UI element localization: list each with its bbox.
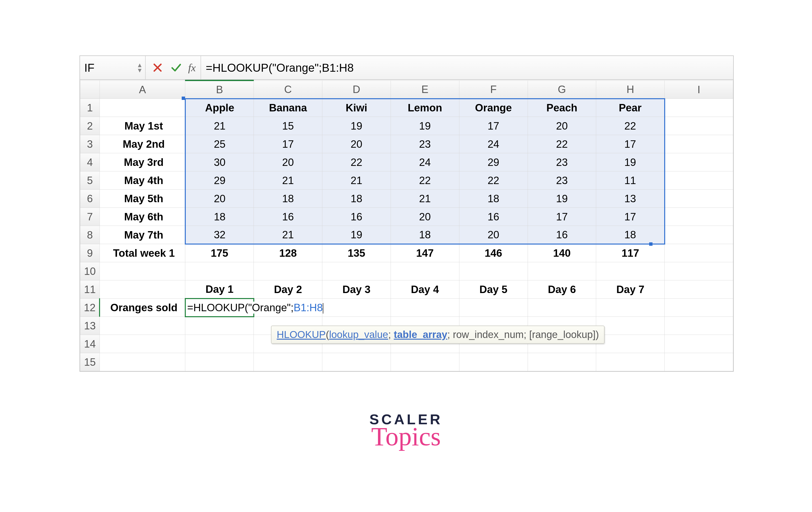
- cell[interactable]: 17: [528, 208, 596, 226]
- cell[interactable]: 23: [528, 171, 596, 190]
- cell[interactable]: 128: [254, 244, 322, 262]
- cell[interactable]: Pear: [596, 99, 665, 117]
- cell[interactable]: 22: [596, 117, 665, 135]
- col-header-I[interactable]: I: [665, 81, 733, 99]
- cell[interactable]: 25: [185, 135, 254, 153]
- cell[interactable]: Day 2: [254, 280, 322, 299]
- cell[interactable]: 18: [459, 190, 528, 208]
- cell[interactable]: Oranges sold: [99, 299, 185, 317]
- cell[interactable]: May 2nd: [99, 135, 185, 153]
- cell[interactable]: 17: [596, 135, 665, 153]
- name-box-spinner[interactable]: ▲ ▼: [137, 63, 143, 73]
- cell[interactable]: [528, 299, 596, 317]
- col-header-B[interactable]: B: [185, 81, 254, 99]
- cell[interactable]: Day 6: [528, 280, 596, 299]
- cell[interactable]: 19: [322, 226, 391, 244]
- cell[interactable]: 24: [390, 153, 459, 171]
- cell[interactable]: 16: [459, 208, 528, 226]
- tooltip-arg-current[interactable]: table_array: [394, 329, 447, 340]
- cell[interactable]: [528, 262, 596, 280]
- cell[interactable]: [528, 353, 596, 371]
- cell[interactable]: [185, 353, 254, 371]
- cell[interactable]: [185, 335, 254, 353]
- cell[interactable]: [390, 353, 459, 371]
- cell[interactable]: Total week 1: [99, 244, 185, 262]
- cell[interactable]: 20: [254, 153, 322, 171]
- cell[interactable]: 22: [390, 171, 459, 190]
- cell[interactable]: [185, 262, 254, 280]
- active-cell[interactable]: =HLOOKUP("Orange";B1:H8: [185, 299, 254, 317]
- cell[interactable]: 32: [185, 226, 254, 244]
- col-header-F[interactable]: F: [459, 81, 528, 99]
- row-header[interactable]: 11: [80, 280, 100, 299]
- cell[interactable]: 147: [390, 244, 459, 262]
- cell[interactable]: 16: [254, 208, 322, 226]
- cell[interactable]: Day 7: [596, 280, 665, 299]
- cell[interactable]: May 4th: [99, 171, 185, 190]
- cancel-button[interactable]: [152, 62, 163, 73]
- cell[interactable]: 20: [528, 117, 596, 135]
- row-header[interactable]: 1: [80, 99, 100, 117]
- cell[interactable]: 18: [596, 226, 665, 244]
- cell[interactable]: [99, 280, 185, 299]
- cell[interactable]: [390, 262, 459, 280]
- cell[interactable]: [665, 262, 733, 280]
- cell[interactable]: [665, 208, 733, 226]
- cell[interactable]: [322, 299, 391, 317]
- col-header-C[interactable]: C: [254, 81, 322, 99]
- row-header[interactable]: 7: [80, 208, 100, 226]
- cell[interactable]: 18: [390, 226, 459, 244]
- cell[interactable]: 146: [459, 244, 528, 262]
- cell[interactable]: May 6th: [99, 208, 185, 226]
- range-handle-icon[interactable]: [649, 242, 652, 246]
- cell[interactable]: 29: [459, 153, 528, 171]
- cell[interactable]: 19: [596, 153, 665, 171]
- cell[interactable]: [665, 317, 733, 335]
- col-header-H[interactable]: H: [596, 81, 665, 99]
- cell[interactable]: 20: [322, 135, 391, 153]
- cell[interactable]: 20: [390, 208, 459, 226]
- cell[interactable]: [99, 262, 185, 280]
- cell[interactable]: [185, 317, 254, 335]
- cell[interactable]: 21: [254, 226, 322, 244]
- cell[interactable]: [665, 335, 733, 353]
- row-header[interactable]: 13: [80, 317, 100, 335]
- cell[interactable]: 17: [459, 117, 528, 135]
- enter-button[interactable]: [171, 62, 182, 73]
- cell[interactable]: Apple: [185, 99, 254, 117]
- row-header[interactable]: 9: [80, 244, 100, 262]
- cell[interactable]: 140: [528, 244, 596, 262]
- cell[interactable]: [459, 262, 528, 280]
- cell[interactable]: [665, 153, 733, 171]
- cell[interactable]: 21: [185, 117, 254, 135]
- fx-label[interactable]: fx: [188, 56, 201, 79]
- cell[interactable]: 17: [596, 208, 665, 226]
- row-header[interactable]: 12: [80, 299, 100, 317]
- cell[interactable]: [254, 353, 322, 371]
- row-header[interactable]: 3: [80, 135, 100, 153]
- cell[interactable]: [665, 117, 733, 135]
- cell[interactable]: 175: [185, 244, 254, 262]
- cell[interactable]: [390, 299, 459, 317]
- cell[interactable]: 11: [596, 171, 665, 190]
- cell[interactable]: 20: [459, 226, 528, 244]
- cell[interactable]: May 1st: [99, 117, 185, 135]
- cell[interactable]: [459, 299, 528, 317]
- cell[interactable]: 22: [459, 171, 528, 190]
- cell[interactable]: [665, 190, 733, 208]
- cell[interactable]: 16: [528, 226, 596, 244]
- cell[interactable]: [665, 299, 733, 317]
- cell[interactable]: [665, 99, 733, 117]
- cell[interactable]: [99, 353, 185, 371]
- col-header-G[interactable]: G: [528, 81, 596, 99]
- cell[interactable]: 21: [322, 171, 391, 190]
- cell[interactable]: [596, 335, 665, 353]
- cell[interactable]: [99, 317, 185, 335]
- row-header[interactable]: 5: [80, 171, 100, 190]
- cell[interactable]: 22: [322, 153, 391, 171]
- cell[interactable]: 17: [254, 135, 322, 153]
- col-header-E[interactable]: E: [390, 81, 459, 99]
- cell[interactable]: 18: [254, 190, 322, 208]
- cell[interactable]: 19: [528, 190, 596, 208]
- cell[interactable]: [459, 353, 528, 371]
